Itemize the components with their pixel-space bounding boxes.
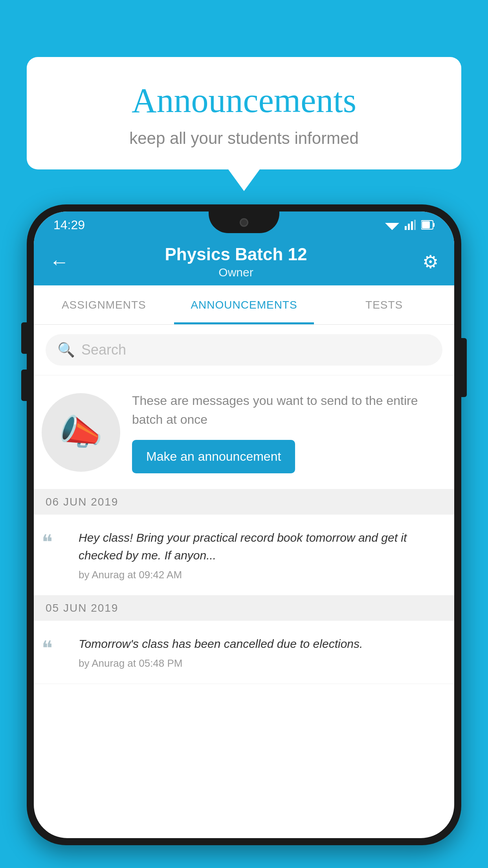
phone-screen: 14:29 — [34, 211, 454, 838]
status-time: 14:29 — [53, 218, 85, 232]
svg-rect-3 — [408, 224, 410, 230]
tab-announcements[interactable]: ANNOUNCEMENTS — [174, 285, 314, 324]
svg-rect-7 — [433, 223, 435, 227]
date-divider-1: 06 JUN 2019 — [34, 489, 454, 515]
signal-icon — [405, 220, 416, 230]
make-announcement-button[interactable]: Make an announcement — [132, 440, 295, 473]
camera-notch — [240, 218, 248, 227]
tab-tests[interactable]: TESTS — [314, 285, 454, 324]
svg-rect-5 — [414, 220, 416, 230]
battery-icon — [421, 220, 435, 230]
status-icons — [385, 220, 435, 230]
promo-section: 📣 These are messages you want to send to… — [34, 375, 454, 489]
app-bar-subtitle: Owner — [81, 266, 391, 279]
tabs-bar: ASSIGNMENTS ANNOUNCEMENTS TESTS — [34, 285, 454, 325]
settings-button[interactable]: ⚙ — [422, 251, 438, 272]
svg-rect-8 — [422, 221, 430, 228]
announcement-text-1: Hey class! Bring your practical record b… — [79, 529, 442, 564]
search-bar[interactable]: 🔍 Search — [46, 334, 442, 366]
status-bar: 14:29 — [34, 211, 454, 238]
wifi-icon — [385, 220, 399, 230]
page-main-subtitle: keep all your students informed — [50, 129, 438, 148]
announcement-text-2: Tomorrow's class has been cancelled due … — [79, 635, 442, 653]
app-bar-title-group: Physics Batch 12 Owner — [81, 245, 391, 279]
svg-marker-1 — [387, 225, 397, 230]
announcement-item-1[interactable]: ❝ Hey class! Bring your practical record… — [34, 515, 454, 596]
back-button[interactable]: ← — [50, 250, 69, 273]
quote-icon-1: ❝ — [42, 532, 69, 552]
promo-text-group: These are messages you want to send to t… — [132, 391, 442, 473]
app-bar-title: Physics Batch 12 — [81, 245, 391, 264]
announcement-meta-1: by Anurag at 09:42 AM — [79, 569, 442, 581]
announcement-meta-2: by Anurag at 05:48 PM — [79, 657, 442, 669]
promo-description: These are messages you want to send to t… — [132, 391, 442, 429]
megaphone-circle: 📣 — [42, 393, 120, 472]
announcement-content-2: Tomorrow's class has been cancelled due … — [79, 635, 442, 669]
page-main-title: Announcements — [50, 81, 438, 120]
svg-rect-2 — [405, 226, 407, 230]
date-divider-2: 05 JUN 2019 — [34, 596, 454, 621]
svg-rect-4 — [411, 221, 413, 230]
speech-bubble-section: Announcements keep all your students inf… — [27, 57, 461, 191]
app-bar: ← Physics Batch 12 Owner ⚙ — [34, 238, 454, 285]
phone-outer-shell: 14:29 — [27, 204, 461, 845]
speech-bubble-card: Announcements keep all your students inf… — [27, 57, 461, 169]
notch — [209, 211, 279, 233]
tab-assignments[interactable]: ASSIGNMENTS — [34, 285, 174, 324]
quote-icon-2: ❝ — [42, 638, 69, 658]
announcement-item-2[interactable]: ❝ Tomorrow's class has been cancelled du… — [34, 621, 454, 684]
announcement-content-1: Hey class! Bring your practical record b… — [79, 529, 442, 581]
phone-device: 14:29 — [27, 204, 461, 868]
search-icon: 🔍 — [57, 342, 75, 358]
search-section: 🔍 Search — [34, 325, 454, 375]
speech-bubble-arrow — [228, 169, 260, 191]
search-placeholder: Search — [81, 342, 126, 358]
megaphone-icon: 📣 — [59, 412, 103, 453]
